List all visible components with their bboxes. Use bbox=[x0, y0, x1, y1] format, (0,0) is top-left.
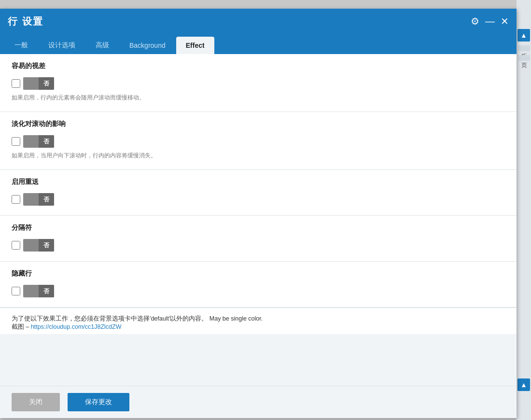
scroll-area[interactable]: 容易的视差 否 如果启用，行内的元素将会随用户滚动而缓慢移动。 淡化对滚动的影响… bbox=[0, 54, 517, 386]
toggle-checkbox-reveal[interactable] bbox=[12, 195, 20, 204]
footer-link[interactable]: https://cloudup.com/cc1J8ZlcdZW bbox=[31, 323, 122, 330]
right-panel-scroll-label[interactable]: 页 bbox=[518, 55, 530, 61]
tabs-bar: 一般 设计选项 高级 Background Effect bbox=[0, 34, 517, 54]
tab-background[interactable]: Background bbox=[120, 37, 175, 54]
footer-link-sep-label: 截图 bbox=[12, 323, 24, 330]
section-reveal: 启用重送 否 bbox=[0, 170, 517, 216]
section-hiderow: 隐藏行 否 bbox=[0, 262, 517, 308]
toggle-row-hiderow: 否 bbox=[12, 285, 505, 297]
footer-link-sep: – bbox=[26, 323, 30, 330]
tab-design[interactable]: 设计选项 bbox=[39, 37, 85, 54]
dialog-title: 行 设置 bbox=[8, 15, 43, 28]
toggle-checkbox-separator[interactable] bbox=[12, 241, 20, 250]
title-bar-controls: ⚙ — ✕ bbox=[471, 15, 509, 27]
section-parallax-hint: 如果启用，行内的元素将会随用户滚动而缓慢移动。 bbox=[12, 94, 505, 102]
right-panel-label[interactable]: 析 bbox=[518, 45, 530, 51]
toggle-knob-hiderow: 否 bbox=[39, 285, 54, 297]
toggle-knob-fade: 否 bbox=[39, 135, 54, 148]
toggle-checkbox-fade[interactable] bbox=[12, 137, 20, 146]
footer-note-text: 为了使以下效果工作，您必须在背景选项卡中选择'default'以外的内容。 Ma… bbox=[12, 315, 263, 322]
save-button[interactable]: 保存更改 bbox=[68, 393, 129, 411]
title-bar: 行 设置 ⚙ — ✕ bbox=[0, 9, 517, 34]
bottom-bar: 关闭 保存更改 bbox=[0, 386, 517, 418]
tab-advanced[interactable]: 高级 bbox=[86, 37, 119, 54]
section-separator: 分隔符 否 bbox=[0, 216, 517, 262]
toggle-row-fade: 否 bbox=[12, 135, 505, 148]
right-panel-bottom-btn[interactable]: ▲ bbox=[517, 378, 530, 391]
toggle-row-parallax: 否 bbox=[12, 77, 505, 90]
toggle-row-separator: 否 bbox=[12, 239, 505, 252]
section-separator-title: 分隔符 bbox=[12, 224, 505, 232]
settings-icon[interactable]: ⚙ bbox=[471, 15, 479, 27]
section-fade-title: 淡化对滚动的影响 bbox=[12, 120, 505, 128]
toggle-switch-reveal[interactable]: 否 bbox=[23, 193, 54, 206]
tab-effect[interactable]: Effect bbox=[176, 37, 214, 54]
section-parallax-title: 容易的视差 bbox=[12, 62, 505, 70]
right-panel-top-btn[interactable]: ▲ bbox=[517, 29, 530, 42]
section-fade-hint: 如果启用，当用户向下滚动时，行内的内容将缓慢消失。 bbox=[12, 152, 505, 160]
toggle-checkbox-hiderow[interactable] bbox=[12, 287, 20, 295]
right-panel-edge: ▲ 析 页 ▲ bbox=[517, 0, 531, 420]
toggle-switch-fade[interactable]: 否 bbox=[23, 135, 54, 148]
toggle-knob-reveal: 否 bbox=[39, 193, 54, 206]
toggle-switch-parallax[interactable]: 否 bbox=[23, 77, 54, 90]
toggle-checkbox-parallax[interactable] bbox=[12, 79, 20, 88]
close-button[interactable]: 关闭 bbox=[12, 393, 60, 411]
section-fade: 淡化对滚动的影响 否 如果启用，当用户向下滚动时，行内的内容将缓慢消失。 bbox=[0, 112, 517, 170]
toggle-knob-parallax: 否 bbox=[39, 77, 54, 90]
section-hiderow-title: 隐藏行 bbox=[12, 269, 505, 278]
toggle-switch-hiderow[interactable]: 否 bbox=[23, 285, 54, 297]
toggle-knob-separator: 否 bbox=[39, 239, 54, 252]
tab-general[interactable]: 一般 bbox=[5, 37, 38, 54]
content-area: 容易的视差 否 如果启用，行内的元素将会随用户滚动而缓慢移动。 淡化对滚动的影响… bbox=[0, 54, 517, 418]
section-parallax: 容易的视差 否 如果启用，行内的元素将会随用户滚动而缓慢移动。 bbox=[0, 54, 517, 112]
dialog: 行 设置 ⚙ — ✕ 一般 设计选项 高级 Background Effect … bbox=[0, 9, 517, 418]
footer-note: 为了使以下效果工作，您必须在背景选项卡中选择'default'以外的内容。 Ma… bbox=[0, 308, 517, 334]
toggle-row-reveal: 否 bbox=[12, 193, 505, 206]
section-reveal-title: 启用重送 bbox=[12, 178, 505, 186]
minimize-icon[interactable]: — bbox=[485, 16, 495, 27]
close-icon[interactable]: ✕ bbox=[501, 15, 509, 27]
toggle-switch-separator[interactable]: 否 bbox=[23, 239, 54, 252]
